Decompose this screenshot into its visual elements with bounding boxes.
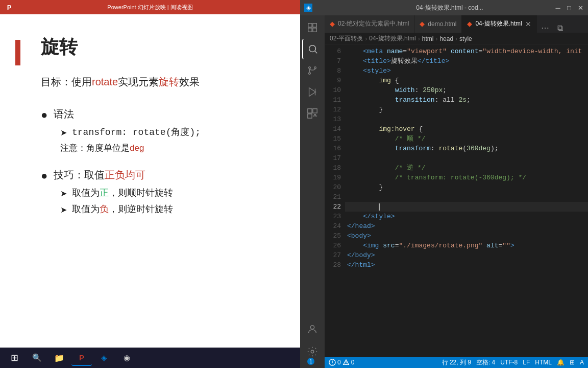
- sub-bullet-negative: ➤ 取值为负，则逆时针旋转: [60, 203, 275, 215]
- taskbar-explorer[interactable]: 📁: [49, 350, 69, 366]
- code-line-9: img {: [345, 76, 588, 85]
- line-num-9: 9: [337, 76, 341, 85]
- line-num-12: 12: [333, 105, 341, 114]
- taskbar-powerpoint[interactable]: P: [71, 350, 92, 366]
- statusbar-notification-bell[interactable]: 🔔: [557, 359, 565, 366]
- line-num-20: 20: [333, 182, 341, 192]
- svg-rect-0: [308, 24, 312, 27]
- tab-icon-2: ◆: [420, 20, 425, 28]
- code-line-6: <meta name="viewport" content="width=dev…: [345, 47, 588, 56]
- bullet-syntax: ● 语法: [41, 107, 275, 122]
- sidebar-search-icon[interactable]: [302, 39, 323, 59]
- line-num-10: 10: [333, 85, 341, 95]
- svg-rect-2: [308, 28, 312, 32]
- line-num-7: 7: [337, 56, 341, 66]
- code-line-22: [345, 202, 588, 212]
- badge-count: 1: [307, 358, 314, 365]
- b1-suffix: ，则顺时针旋转: [109, 188, 173, 198]
- sidebar-extensions-icon[interactable]: [302, 103, 323, 124]
- code-editor[interactable]: 6 7 8 9 10 11 12 13 14 15 16 17 18 19 20…: [325, 44, 588, 357]
- subtitle-middle: 实现元素: [118, 76, 159, 87]
- svg-point-8: [314, 67, 316, 69]
- minimize-button[interactable]: ─: [554, 4, 561, 11]
- line-num-28: 28: [333, 260, 341, 270]
- sidebar-git-icon[interactable]: [302, 60, 323, 81]
- tab-more-button[interactable]: ⋯: [537, 23, 553, 33]
- tab-abszoom[interactable]: ◆ 02-绝对定位元素居中.html: [325, 15, 414, 33]
- statusbar-spaces[interactable]: 空格: 4: [476, 358, 495, 367]
- sidebar-account-icon[interactable]: [302, 319, 323, 339]
- statusbar-right: 行 22, 列 9 空格: 4 UTF-8 LF HTML 🔔 ⊞ A: [442, 358, 584, 367]
- tab-close-3[interactable]: ✕: [525, 20, 531, 28]
- code-content[interactable]: <meta name="viewport" content="width=dev…: [345, 44, 588, 357]
- split-editor-button[interactable]: ⧉: [553, 24, 567, 33]
- subtitle-rotate2: 旋转: [159, 76, 179, 87]
- taskbar-vscode[interactable]: ◈: [94, 350, 114, 366]
- bullet-dot-1: ●: [41, 108, 47, 122]
- right-panel: ◈ 04-旋转效果.html - cod... ─ □ ✕: [300, 0, 588, 368]
- syntax-code-inline: transform: rotate(角度);: [72, 127, 201, 137]
- subtitle-rotate: rotate: [92, 76, 118, 87]
- sidebar-explorer-icon[interactable]: [302, 17, 323, 38]
- line-num-8: 8: [337, 66, 341, 76]
- slide-subtitle: 目标：使用rotate实现元素旋转效果: [41, 75, 275, 89]
- svg-rect-12: [308, 109, 312, 113]
- editor-tabs: ◆ 02-绝对定位元素居中.html ◆ demo.html ◆ 04-旋转效果…: [325, 15, 588, 33]
- bullet-text-syntax: 语法: [54, 107, 74, 121]
- svg-rect-14: [308, 114, 312, 118]
- line-num-26: 26: [333, 241, 341, 250]
- svg-marker-10: [309, 88, 316, 97]
- code-line-19: /* transform: rotate(-360deg); */: [345, 173, 588, 182]
- code-line-21: [345, 192, 588, 202]
- sidebar-bottom-icons: 1: [302, 319, 323, 368]
- status-errors[interactable]: 0 0: [329, 359, 354, 366]
- svg-point-6: [309, 73, 311, 75]
- line-num-22: 22: [333, 202, 341, 212]
- bullet-trick: ● 技巧：取值正负均可: [41, 168, 275, 182]
- statusbar-line-col[interactable]: 行 22, 列 9: [442, 358, 471, 367]
- svg-rect-3: [313, 28, 316, 32]
- svg-line-5: [315, 51, 317, 53]
- note-deg: 注意：角度单位是deg: [60, 142, 275, 154]
- bullet-dot-2: ●: [41, 169, 47, 182]
- code-line-11: transition: all 2s;: [345, 95, 588, 105]
- ppt-title-text: PowerPoint 幻灯片放映 | 阅读视图: [107, 4, 192, 11]
- line-num-17: 17: [333, 153, 341, 163]
- b1-prefix: 取值为: [72, 188, 100, 198]
- statusbar-lang[interactable]: HTML: [535, 359, 552, 366]
- maximize-button[interactable]: □: [566, 4, 573, 11]
- text-cursor: [379, 203, 380, 211]
- b2-prefix: 取值为: [72, 204, 100, 214]
- svg-rect-13: [313, 109, 317, 113]
- taskbar-chrome[interactable]: ◉: [116, 350, 137, 366]
- slide-section-syntax: ● 语法 ➤ transform: rotate(角度); 注意：角度单位是de…: [41, 107, 275, 154]
- code-line-26: <img src="./images/rotate.png" alt="">: [345, 241, 588, 250]
- slide-red-accent-bar: [15, 40, 20, 65]
- statusbar-layout[interactable]: ⊞: [570, 359, 575, 366]
- subtitle-suffix: 效果: [179, 76, 200, 87]
- start-button[interactable]: ⊞: [4, 350, 24, 366]
- breadcrumb-part-1[interactable]: 02-平面转换: [330, 34, 363, 43]
- line-num-18: 18: [333, 163, 341, 173]
- vscode-title-text: 04-旋转效果.html - cod...: [345, 4, 554, 12]
- close-button[interactable]: ✕: [577, 4, 584, 11]
- statusbar-encoding[interactable]: UTF-8: [500, 359, 518, 366]
- sidebar-run-icon[interactable]: [302, 82, 323, 102]
- statusbar-left: 0 0: [329, 359, 354, 366]
- breadcrumb-part-2[interactable]: 04-旋转效果.html: [369, 34, 415, 43]
- breadcrumb-part-3: html: [422, 35, 434, 42]
- arrow-icon-3: ➤: [60, 205, 67, 215]
- statusbar-eol[interactable]: LF: [523, 359, 530, 366]
- breadcrumb-sep-2: ›: [418, 35, 420, 42]
- statusbar-lang-select[interactable]: A: [580, 359, 584, 366]
- b2-suffix: ，则逆时针旋转: [109, 204, 173, 214]
- svg-rect-1: [313, 24, 316, 27]
- subtitle-prefix: 目标：使用: [41, 76, 92, 87]
- taskbar-search[interactable]: 🔍: [27, 350, 47, 366]
- left-panel: P PowerPoint 幻灯片放映 | 阅读视图 旋转 目标：使用rotate…: [0, 0, 300, 368]
- positive-text: 取值为正，则顺时针旋转: [72, 187, 173, 199]
- tab-label-3: 04-旋转效果.html: [475, 19, 522, 28]
- tab-rotate[interactable]: ◆ 04-旋转效果.html ✕: [462, 15, 536, 33]
- code-line-10: width: 250px;: [345, 85, 588, 95]
- tab-demo[interactable]: ◆ demo.html: [414, 15, 462, 33]
